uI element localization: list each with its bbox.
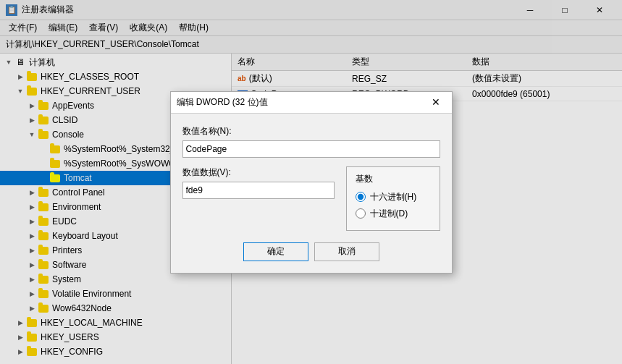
value-label: 数值数据(V): [182,166,335,179]
ok-button[interactable]: 确定 [243,242,308,261]
edit-dword-dialog: 编辑 DWORD (32 位)值 ✕ 数值名称(N): 数值数据(V): 基数 … [170,91,453,274]
dialog-title-text: 编辑 DWORD (32 位)值 [177,96,426,109]
radio-hex[interactable]: 十六进制(H) [356,191,431,203]
name-input[interactable] [182,140,440,158]
dialog-overlay: 编辑 DWORD (32 位)值 ✕ 数值名称(N): 数值数据(V): 基数 … [0,0,622,364]
value-row: 数值数据(V): 基数 十六进制(H) 十进制(D) [182,166,440,231]
dialog-buttons: 确定 取消 [182,242,440,261]
radio-dec-input[interactable] [356,208,366,219]
radio-hex-label: 十六进制(H) [370,191,417,203]
value-input-group: 数值数据(V): [182,166,335,199]
dialog-title-bar: 编辑 DWORD (32 位)值 ✕ [171,92,452,114]
name-label: 数值名称(N): [182,125,440,137]
cancel-button[interactable]: 取消 [314,242,379,261]
radio-dec[interactable]: 十进制(D) [356,208,431,220]
value-input[interactable] [182,182,335,199]
dialog-body: 数值名称(N): 数值数据(V): 基数 十六进制(H) 十进制(D [171,114,452,273]
radix-title: 基数 [356,173,431,185]
dialog-close-button[interactable]: ✕ [426,93,446,111]
radio-hex-input[interactable] [356,192,366,202]
radix-group: 基数 十六进制(H) 十进制(D) [346,166,440,231]
name-form-group: 数值名称(N): [182,125,440,158]
radio-dec-label: 十进制(D) [370,208,408,220]
